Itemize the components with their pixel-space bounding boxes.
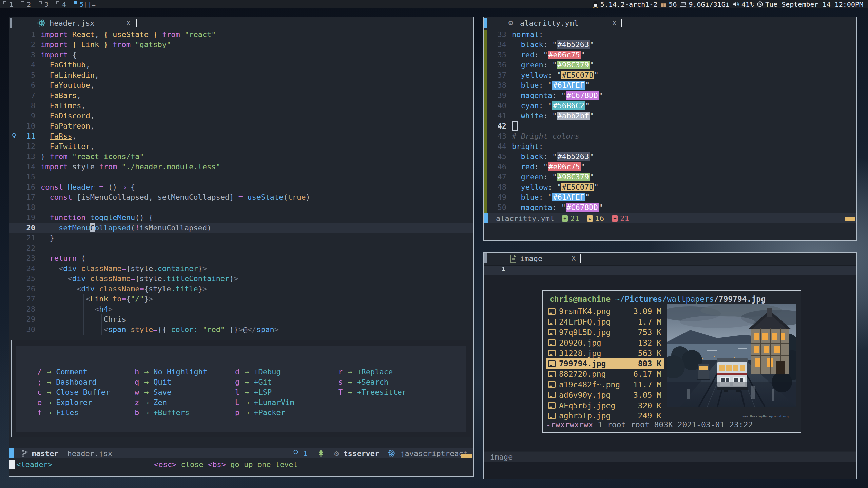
tabbar-accent (10, 18, 12, 28)
file-row[interactable]: 24LrDFQ.jpg1.7 M (546, 317, 664, 327)
diagnostic-count[interactable]: 1 (303, 449, 308, 458)
code-text (35, 172, 41, 182)
image-line-1[interactable]: 1 (484, 266, 856, 276)
tab-close-button[interactable]: X (126, 17, 130, 29)
line-number: 28 (9, 304, 35, 314)
whichkey-binding-p[interactable]: p→+Packer (235, 407, 294, 417)
color-chip: #98C379 (557, 61, 590, 69)
workspace-4[interactable]: 4 (56, 0, 71, 8)
syntax-segment: " (543, 51, 548, 59)
left-cmdline[interactable]: <leader> <esc> close <bs> go up one leve… (9, 458, 473, 470)
syntax-segment (41, 193, 50, 201)
syntax-segment (512, 81, 521, 90)
file-row[interactable]: 20920.jpg132 K (546, 337, 664, 348)
preview-watermark: www.DesktopBackground.org (743, 415, 789, 418)
line-number: 21 (9, 233, 35, 243)
code-action-lightbulb-icon[interactable] (12, 132, 17, 142)
image-file-icon (548, 308, 556, 315)
whichkey-binding-T[interactable]: T→+Treesitter (338, 387, 406, 397)
whichkey-column: /→Comment;→Dashboardc→Close Buffere→Expl… (37, 367, 110, 417)
file-row[interactable]: 882720.png6.17 M (546, 369, 664, 379)
workspace-2[interactable]: 2 (21, 0, 35, 8)
syntax-segment: > (202, 264, 207, 273)
whichkey-binding-b[interactable]: b→+Buffers (135, 407, 207, 417)
whichkey-binding-l[interactable]: l→+LSP (235, 387, 294, 397)
whichkey-binding-r[interactable]: r→+Replace (338, 367, 406, 377)
tab-header-jsx[interactable]: header.jsx (50, 17, 94, 29)
line-number: 44 (484, 141, 506, 152)
tab-cursor (136, 19, 137, 27)
whichkey-binding-L[interactable]: L→+LunarVim (235, 397, 294, 407)
file-size: 753 K (638, 328, 661, 337)
line-number: 1 (484, 266, 505, 276)
code-text: FaGithub, (35, 60, 90, 70)
tab-image[interactable]: image (520, 253, 542, 264)
file-row[interactable]: 9rsmTK4.png3.09 M (546, 306, 664, 317)
whichkey-binding-z[interactable]: z→Zen (135, 397, 207, 407)
wallpaper-preview-image: www.DesktopBackground.org (667, 304, 796, 407)
code-text: FaLinkedin, (35, 70, 99, 80)
syntax-segment (41, 71, 50, 79)
whichkey-binding-/[interactable]: /→Comment (37, 367, 110, 377)
tab-close-button[interactable]: X (612, 17, 616, 29)
file-size: 249 K (638, 411, 661, 420)
statusline-filename: image (490, 453, 513, 461)
code-text: <span style={{ color: "red" }}>@</span> (35, 325, 279, 335)
workspace-3[interactable]: 3 (39, 0, 53, 8)
code-text: red: "#e06c75" (506, 162, 585, 172)
line-number: 33 (484, 30, 506, 40)
syntax-segment: = (121, 295, 126, 303)
filetype-label: javascriptreact (400, 449, 468, 458)
file-row[interactable]: ad6v90y.jpg3.05 M (546, 390, 664, 400)
whichkey-binding-w[interactable]: w→Save (135, 387, 207, 397)
code-line-45: 45 black: "#4b5263" (484, 152, 856, 162)
binding-label: +Git (254, 378, 272, 386)
syntax-segment (95, 285, 99, 293)
syntax-segment: "/" (131, 295, 144, 303)
arrow-icon: → (245, 388, 249, 396)
file-row[interactable]: aghr5Ip.jpg249 K (546, 411, 664, 421)
syntax-segment: " (594, 183, 598, 191)
whichkey-binding-h[interactable]: h→No Highlight (135, 367, 207, 377)
file-row[interactable]: a19c482f~.png11.7 M (546, 379, 664, 390)
syntax-segment: " (548, 193, 552, 201)
workspace-1[interactable]: 1 (3, 0, 18, 8)
line-number: 29 (9, 314, 35, 325)
code-line-6: 6 FaYoutube, (9, 80, 473, 91)
line-number: 7 (9, 91, 35, 101)
line-number: 4 (9, 60, 35, 70)
whichkey-binding-e[interactable]: e→Explorer (37, 397, 110, 407)
hint-keyname: <bs> (208, 460, 226, 469)
line-number: 22 (9, 243, 35, 253)
syntax-segment: cyan (521, 101, 539, 110)
whichkey-binding-q[interactable]: q→Quit (135, 377, 207, 387)
git-branch-name[interactable]: master (32, 449, 58, 458)
layout-symbol[interactable]: []= (83, 0, 96, 8)
line-number: 17 (9, 192, 35, 202)
syntax-segment: , (95, 71, 99, 79)
code-buffer-alacritty[interactable]: 33normal:34 black: "#4b5263"35 red: "#e0… (484, 30, 856, 213)
tab-alacritty-yml[interactable]: alacritty.yml (520, 17, 578, 29)
git-removed-icon: − (612, 215, 618, 222)
whichkey-binding-g[interactable]: g→+Git (235, 377, 294, 387)
syntax-segment: </ (247, 325, 256, 334)
code-buffer-left[interactable]: 1import React, { useState } from "react"… (9, 30, 473, 335)
syntax-segment: bright (512, 142, 539, 151)
whichkey-binding-f[interactable]: f→Files (37, 407, 110, 417)
whichkey-binding-c[interactable]: c→Close Buffer (37, 387, 110, 397)
indent-guide (57, 263, 57, 335)
left-statusline-right: 1 ⚙ tsserver javascriptreact (293, 449, 468, 458)
binding-key: / (37, 368, 43, 376)
whichkey-binding-;[interactable]: ;→Dashboard (37, 377, 110, 387)
tab-close-button[interactable]: X (572, 253, 576, 264)
syntax-segment: { Link } (72, 40, 108, 49)
file-row[interactable]: 31228.jpg563 K (546, 348, 664, 358)
line-number: 40 (484, 101, 506, 111)
whichkey-binding-s[interactable]: s→+Search (338, 377, 406, 387)
file-row[interactable]: 97q9L5D.jpg753 K (546, 327, 664, 338)
whichkey-binding-d[interactable]: d→+Debug (235, 367, 294, 377)
file-row[interactable]: AFq5r6j.jpeg320 K (546, 400, 664, 411)
syntax-segment: function (50, 213, 90, 222)
file-row-selected[interactable]: 799794.jpg803 K (546, 358, 664, 369)
syntax-segment (41, 101, 50, 110)
